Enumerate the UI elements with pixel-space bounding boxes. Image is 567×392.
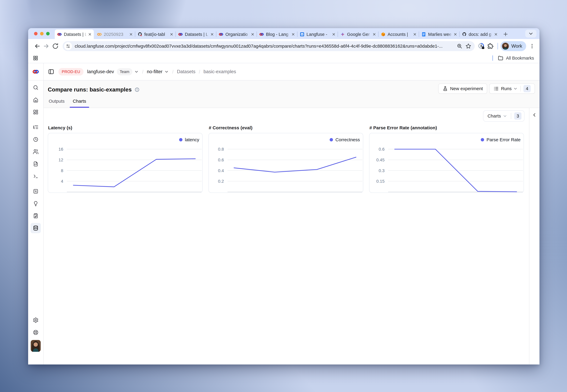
toolbar-separator [497,43,498,49]
sidebar-item-prompts[interactable] [30,159,41,169]
all-bookmarks[interactable]: All Bookmarks [492,55,534,61]
forward-button[interactable] [42,42,51,51]
page-header: Compare runs: basic-examples [43,81,539,108]
browser-tab[interactable]: 20250923 [95,29,135,39]
tab-close-icon[interactable] [372,32,377,37]
button-separator [511,113,511,119]
list-icon [494,86,499,91]
browser-tab[interactable]: feat(io-tabl [135,29,175,39]
chart-card[interactable]: 0.80.60.40.2 Correctness [209,133,363,193]
chart-card[interactable]: 0.60.450.30.15 Parse Error Rate [369,133,524,193]
breadcrumb-project[interactable]: no-filter [147,69,162,74]
tab-charts[interactable]: Charts [72,98,87,108]
langfuse-logo-icon [178,32,183,37]
bookmark-star-icon[interactable] [465,43,472,49]
tab-close-icon[interactable] [210,32,214,37]
sidebar-item-users[interactable] [30,147,41,157]
browser-tab[interactable]: 6 Langfuse - [298,29,338,39]
chart-card[interactable]: 161284 latency [48,133,203,193]
sidebar-item-playground[interactable] [30,171,41,181]
breadcrumb-org[interactable]: langfuse-dev [87,69,114,74]
tab-close-icon[interactable] [494,32,498,37]
langfuse-logo-icon [259,32,264,37]
zoom-icon[interactable] [456,43,463,49]
sidebar-item-evaluation[interactable] [30,186,41,196]
runs-button[interactable]: Runs 4 [489,84,535,94]
runs-label: Runs [501,86,512,91]
collapse-panel-button[interactable] [531,111,538,119]
lifebuoy-icon [33,330,39,335]
user-avatar[interactable] [31,340,41,352]
google-docs-icon [421,32,426,37]
browser-tab[interactable]: docs: add g [460,29,500,39]
tab-close-icon[interactable] [250,32,255,37]
sidebar-item-dashboards[interactable] [30,107,41,117]
url-text[interactable]: cloud.langfuse.com/project/cmfwgv8fx002o… [75,43,454,49]
apps-grid-icon[interactable] [33,55,38,61]
codeocean-co-icon [97,32,102,37]
tab-search-button[interactable] [525,30,537,38]
reload-button[interactable] [51,42,60,51]
new-tab-button[interactable] [501,30,510,38]
sidebar-item-support[interactable] [30,327,41,337]
site-settings-icon[interactable] [64,42,72,50]
browser-tab[interactable]: Datasets | L [176,29,216,39]
chart-grid: Latency (s) 161284 latency # Correctness… [48,125,524,193]
sidebar-item-sessions[interactable] [30,134,41,145]
breadcrumb-separator: / [199,69,200,75]
legend-label: Correctness [335,137,360,142]
button-separator [520,86,521,92]
minimize-window-button[interactable] [40,32,43,35]
project-switcher-chevron-icon[interactable] [164,70,169,74]
charts-selector-button[interactable]: Charts 3 [483,110,524,122]
gear-icon [33,317,39,323]
sidebar-item-search[interactable] [30,83,41,93]
profile-chip[interactable]: Work [500,41,526,51]
tab-title: Blog - Lang [266,31,290,37]
sidebar-item-home[interactable] [30,95,41,105]
password-manager-icon[interactable] [477,42,486,51]
browser-tab[interactable]: Organizatio [216,29,256,39]
content-body: Charts 3 Latency (s) 161284 latenc [43,108,539,364]
tab-outputs[interactable]: Outputs [48,98,66,108]
svg-text:0.6: 0.6 [218,158,224,162]
new-experiment-button[interactable]: New experiment [438,84,487,94]
tab-close-icon[interactable] [453,32,458,37]
extensions-icon[interactable] [486,42,495,51]
tab-close-icon[interactable] [291,32,296,37]
sidebar-toggle-icon[interactable] [48,68,55,75]
sidebar-item-datasets[interactable] [30,223,41,233]
browser-tab[interactable]: Google Ger [338,29,378,39]
browser-menu-icon[interactable] [528,42,536,50]
browser-tab[interactable]: Marlies wee [419,29,459,39]
info-icon[interactable] [134,87,140,92]
back-button[interactable] [33,42,42,51]
new-experiment-label: New experiment [450,86,483,91]
tab-close-icon[interactable] [331,32,336,37]
langfuse-logo[interactable] [28,63,43,81]
sidebar-item-tracing[interactable] [30,122,41,132]
sidebar-item-annotation[interactable] [30,198,41,209]
sidebar [28,63,43,364]
browser-tab[interactable]: Datasets | L [55,29,94,39]
svg-text:0.15: 0.15 [376,179,385,184]
sidebar-item-settings[interactable] [30,315,41,325]
zoom-window-button[interactable] [46,32,50,35]
all-bookmarks-label: All Bookmarks [506,56,534,61]
browser-tab[interactable]: Blog - Lang [257,29,297,39]
address-bar[interactable]: cloud.langfuse.com/project/cmfwgv8fx002o… [63,41,475,51]
browser-tab[interactable]: Accounts | [379,29,419,39]
sidebar-item-queues[interactable] [30,211,41,221]
org-switcher-chevron-icon[interactable] [134,70,139,74]
environment-badge[interactable]: PROD-EU [58,68,84,75]
tab-close-icon[interactable] [87,32,92,37]
tab-close-icon[interactable] [128,32,133,37]
app-area: PROD-EU langfuse-dev Team / no-filter / … [28,63,539,364]
close-window-button[interactable] [34,32,38,35]
tab-close-icon[interactable] [169,32,174,37]
breadcrumb-item[interactable]: basic-examples [203,69,236,74]
breadcrumb-section[interactable]: Datasets [177,69,195,74]
chart-panel: # Parse Error Rate (annotation) 0.60.450… [369,125,524,193]
charts-selector-label: Charts [488,113,501,119]
tab-close-icon[interactable] [412,32,417,37]
